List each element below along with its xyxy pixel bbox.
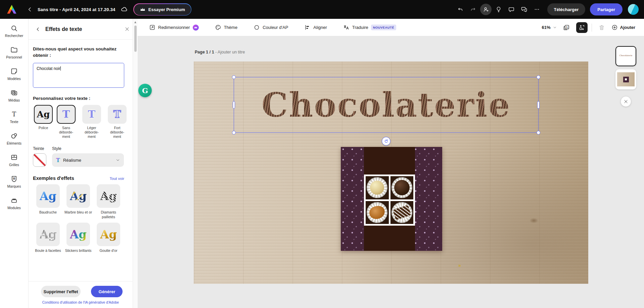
resize-handle-left[interactable]	[233, 101, 235, 109]
add-person-icon	[482, 6, 489, 13]
lightbulb-icon	[495, 6, 502, 13]
effect-baudruche[interactable]: Ag	[36, 184, 60, 208]
t-glyph-icon: T	[113, 108, 121, 120]
option-sans-debordement[interactable]: T	[57, 105, 76, 124]
panel-scrollbar[interactable]	[133, 19, 138, 308]
generate-button[interactable]: Générer	[91, 286, 123, 297]
zoom-control[interactable]: 61%	[542, 25, 556, 30]
rotate-icon	[384, 139, 388, 144]
feedback-button[interactable]	[518, 4, 530, 15]
effect-marbre-bleu-et-or[interactable]: Ag	[66, 184, 90, 208]
canvas-area[interactable]: Page 1 / 1 - Ajouter un titre Chocolater…	[138, 36, 644, 308]
document-title[interactable]: Sans titre - April 24, 2024 at 17.20.34	[38, 7, 115, 12]
brand-icon: B	[10, 175, 18, 183]
resize-handle-bottom-right[interactable]	[537, 131, 540, 134]
resize-button[interactable]: Redimensionner	[149, 24, 199, 31]
search-icon	[10, 24, 18, 32]
option-fort-debordement[interactable]: T	[108, 105, 127, 124]
tint-none-swatch[interactable]	[33, 153, 46, 167]
plus-circle-icon	[611, 24, 618, 31]
striped-chocolate	[393, 205, 411, 220]
style-dropdown[interactable]: T Réalisme	[52, 153, 124, 167]
share-button[interactable]: Partager	[590, 3, 623, 15]
scrollbar-thumb[interactable]	[134, 26, 137, 52]
sidebar-item-grilles[interactable]: Grilles	[1, 152, 27, 168]
align-button[interactable]: Aligner	[304, 24, 327, 31]
redo-button[interactable]	[467, 4, 479, 15]
thumbnails-close-button[interactable]	[621, 97, 631, 107]
remove-effect-button[interactable]: Supprimer l'effet	[41, 286, 81, 297]
adobe-express-logo-icon[interactable]	[7, 4, 17, 14]
resize-handle-bottom-left[interactable]	[232, 131, 236, 134]
text-selection-box[interactable]: Chocolaterie	[234, 77, 539, 133]
effect-boule-a-facettes[interactable]: Ag	[36, 223, 60, 246]
background-color-button[interactable]: Couleur d'AP	[254, 24, 288, 31]
cloud-sync-button[interactable]	[119, 4, 130, 15]
back-button[interactable]	[24, 4, 36, 15]
resize-handle-top-right[interactable]	[537, 75, 540, 79]
thumbnail-text: Chocolaterie	[616, 54, 636, 56]
sidebar-item-medias[interactable]: Médias	[1, 87, 27, 104]
sidebar-item-elements[interactable]: Éléments	[1, 130, 27, 147]
dark-truffle	[394, 180, 410, 195]
ideas-button[interactable]	[493, 4, 504, 15]
resize-handle-right[interactable]	[537, 101, 540, 109]
add-page-button[interactable]: Ajouter	[611, 24, 636, 31]
effect-diamants-pailletes[interactable]: Ag	[97, 184, 120, 208]
chevron-left-icon	[35, 27, 41, 32]
prompt-value: Chocolat noir	[37, 66, 60, 71]
chocolate-tray	[364, 175, 415, 226]
sidebar-item-personnel[interactable]: Personnel	[1, 44, 27, 61]
document-page[interactable]: Chocolaterie »	[194, 62, 588, 284]
download-button[interactable]: Télécharger	[547, 3, 586, 15]
trash-icon	[598, 24, 605, 31]
option-police[interactable]: Ag	[34, 105, 53, 124]
try-premium-button[interactable]: Essayer Premium	[134, 4, 191, 15]
invite-people-button[interactable]	[480, 4, 492, 15]
panel-close-button[interactable]	[122, 25, 132, 34]
sidebar-item-modeles[interactable]: Modèles	[1, 66, 27, 82]
more-options-button[interactable]	[531, 4, 543, 15]
page-thumbnail-1[interactable]: Chocolaterie	[615, 46, 636, 66]
resize-handle-top-left[interactable]	[232, 75, 236, 79]
paper-liner	[392, 202, 412, 223]
see-all-link[interactable]: Tout voir	[110, 177, 124, 181]
customize-label: Personnalisez votre texte :	[33, 96, 127, 101]
panel-back-button[interactable]	[34, 25, 42, 33]
text-icon: T	[10, 110, 18, 118]
comment-button[interactable]	[506, 4, 517, 15]
sidebar-item-texte[interactable]: T Texte	[1, 109, 27, 125]
style-value: Réalisme	[63, 158, 81, 163]
paper-liner	[392, 177, 412, 198]
addon-icon	[10, 196, 18, 204]
sidebar-item-modules[interactable]: Modules	[1, 195, 27, 211]
sidebar-item-rechercher[interactable]: Rechercher	[1, 23, 27, 39]
option-leger-debordement[interactable]: T	[82, 105, 101, 124]
artwork-text[interactable]: Chocolaterie	[234, 77, 538, 132]
generative-ai-terms-link[interactable]: Conditions d'utilisation de l'IA générat…	[29, 300, 133, 304]
theme-button[interactable]: Thème	[215, 24, 237, 31]
translate-button[interactable]: Traduire NOUVEAUTÉ	[343, 24, 396, 31]
rotate-handle[interactable]	[382, 137, 390, 146]
page-title-hint[interactable]: - Ajouter un titre	[215, 50, 245, 54]
color-ring-icon	[254, 24, 260, 31]
shapes-icon	[10, 132, 18, 140]
grammarly-button[interactable]: G	[138, 84, 152, 97]
pages-button[interactable]: 1	[561, 22, 572, 33]
chocolate-box-image[interactable]	[341, 147, 442, 251]
panel-footer: Supprimer l'effet Générer Conditions d'u…	[29, 281, 133, 308]
sidebar-item-marques[interactable]: B Marques	[1, 174, 27, 190]
prompt-input[interactable]: Chocolat noir	[33, 63, 124, 88]
reorder-layers-button[interactable]	[576, 22, 588, 33]
prompt-label: Dites-nous quel aspect vous souhaitez ob…	[33, 46, 124, 59]
scrollbar-up-arrow-icon[interactable]	[134, 21, 136, 23]
undo-button[interactable]	[455, 4, 466, 15]
effect-stickers-brillants[interactable]: Ag	[66, 223, 90, 246]
delete-button[interactable]	[596, 22, 607, 33]
new-feature-badge: NOUVEAUTÉ	[371, 25, 396, 30]
translate-icon	[343, 24, 350, 31]
effect-goutte-dor[interactable]: Ag	[97, 223, 120, 246]
page-thumbnail-2[interactable]	[615, 69, 636, 89]
avatar[interactable]	[628, 4, 639, 15]
chevron-down-icon	[116, 158, 120, 162]
